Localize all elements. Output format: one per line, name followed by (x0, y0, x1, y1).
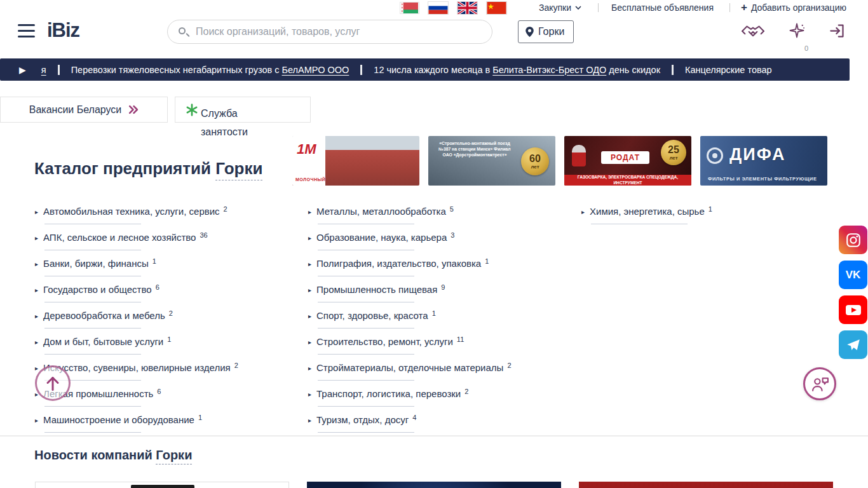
page-title-city[interactable]: Горки (215, 159, 262, 180)
news-title-city[interactable]: Горки (156, 448, 192, 464)
banner-caption: ГАЗОСВАРКА, ЭЛЕКТРОСВАРКА СПЕЦОДЕЖДА, ИН… (571, 175, 685, 185)
category-link[interactable]: Образование, наука, карьера (316, 232, 447, 243)
telegram-icon[interactable] (839, 330, 867, 359)
favorites-sparkle-icon[interactable] (788, 22, 806, 42)
page: Закупки Бесплатные объявления + Добавить… (0, 0, 868, 488)
scroll-to-top-button[interactable] (35, 365, 71, 401)
category-count: 2 (234, 362, 238, 369)
category-link[interactable]: Спорт, здоровье, красота (316, 310, 428, 321)
category-link[interactable]: Полиграфия, издательство, упаковка (316, 258, 481, 269)
ticker-separator (672, 65, 674, 75)
category-item: ▸Образование, наука, карьера3 (308, 231, 575, 250)
category-link[interactable]: Машиностроение и оборудование (43, 414, 194, 425)
category-link[interactable]: Автомобильная техника, услуги, сервис (43, 206, 220, 217)
instagram-icon[interactable] (839, 226, 867, 254)
news-ticker: ▶ я Перевозки тяжеловесных негабаритных … (0, 58, 850, 81)
flag-russia-icon[interactable] (428, 2, 448, 14)
partners-handshake-icon[interactable] (741, 23, 765, 43)
category-underline (44, 354, 141, 355)
banner-caption: МОЛОЧНЫЙ (295, 177, 325, 182)
category-item: ▸Автомобильная техника, услуги, сервис2 (35, 205, 302, 224)
ticker-link[interactable]: я (41, 65, 46, 75)
category-count: 2 (169, 309, 173, 317)
category-link[interactable]: Строительство, ремонт, услуги (316, 336, 453, 347)
anniversary-badge: 60 лет (521, 147, 549, 175)
category-link[interactable]: Промышленность пищевая (316, 284, 437, 295)
youtube-icon[interactable] (839, 295, 867, 324)
badge-number: 25 (668, 145, 679, 155)
header: iBiz Горки 0 (0, 15, 868, 50)
topbar-divider (598, 3, 599, 12)
banner-difa[interactable]: ДИФА ФИЛЬТРЫ И ЭЛЕМЕНТЫ ФИЛЬТРУЮЩИЕ (700, 136, 827, 186)
banner-panel: 1М МОЛОЧНЫЙ (292, 136, 325, 186)
category-column-1: ▸Автомобильная техника, услуги, сервис2 … (35, 205, 302, 439)
category-link[interactable]: Банки, биржи, финансы (43, 258, 149, 269)
category-underline (318, 380, 414, 381)
bullet-icon: ▸ (308, 417, 311, 424)
news-card[interactable] (35, 482, 289, 488)
location-pin-icon (525, 26, 534, 37)
category-item: ▸АПК, сельское и лесное хозяйство36 (35, 231, 302, 250)
chat-widget-button[interactable] (803, 367, 836, 400)
category-link[interactable]: Дом и быт, бытовые услуги (43, 336, 163, 347)
logo[interactable]: iBiz (47, 19, 79, 42)
bullet-icon: ▸ (308, 339, 311, 346)
login-icon[interactable] (829, 22, 846, 42)
vacancies-label: Вакансии Беларуси (29, 104, 122, 116)
category-link[interactable]: Химия, энергетика, сырье (590, 206, 705, 217)
news-card[interactable] (579, 482, 833, 488)
bullet-icon: ▸ (308, 287, 311, 294)
banner-smp-387[interactable]: «Строительно-монтажный поезд №387 на ста… (428, 136, 555, 186)
category-link[interactable]: Деревообработка и мебель (43, 310, 165, 321)
category-underline (318, 224, 414, 224)
add-organization-link[interactable]: + Добавить организацию (741, 2, 846, 13)
banner-1m-molochny[interactable]: 1М МОЛОЧНЫЙ (292, 136, 419, 186)
employment-label: Служба занятости (201, 104, 268, 141)
category-item: ▸Спорт, здоровье, красота1 (308, 309, 575, 329)
ticker-play-icon[interactable]: ▶ (19, 65, 26, 75)
category-link[interactable]: Искусство, сувениры, ювелирные изделия (43, 362, 231, 373)
category-item: ▸Стройматериалы, отделочные материалы2 (308, 361, 575, 381)
category-count: 11 (457, 336, 464, 343)
category-underline (44, 302, 141, 302)
news-card[interactable] (307, 482, 561, 488)
tab-employment-service[interactable]: Служба занятости (175, 97, 311, 123)
flag-uk-icon[interactable] (458, 2, 477, 14)
category-count: 6 (157, 388, 161, 395)
category-link[interactable]: Стройматериалы, отделочные материалы (316, 362, 503, 373)
category-column-3: ▸Химия, энергетика, сырье1 (581, 205, 848, 231)
category-item: ▸Химия, энергетика, сырье1 (581, 205, 848, 224)
category-underline (318, 302, 414, 302)
purchases-menu[interactable]: Закупки (539, 2, 581, 13)
city-selector-button[interactable]: Горки (518, 20, 574, 43)
double-chevron-icon (128, 105, 139, 114)
category-link[interactable]: Государство и общество (43, 284, 152, 295)
category-item: ▸Транспорт, логистика, перевозки2 (308, 387, 575, 407)
banner-strip: ГАЗОСВАРКА, ЭЛЕКТРОСВАРКА СПЕЦОДЕЖДА, ИН… (564, 175, 691, 186)
ticker-link[interactable]: Белита-Витэкс-Брест ОДО (492, 65, 606, 75)
flag-china-icon[interactable] (487, 2, 506, 14)
tab-vacancies-belarus[interactable]: Вакансии Беларуси (0, 97, 168, 123)
category-link[interactable]: Транспорт, логистика, перевозки (316, 388, 461, 399)
category-count: 1 (709, 205, 712, 213)
flag-belarus-icon[interactable] (400, 3, 419, 13)
banner-brand: РОДАТ (601, 151, 649, 164)
banner-rodat[interactable]: РОДАТ 25 лет ГАЗОСВАРКА, ЭЛЕКТРОСВАРКА С… (564, 136, 691, 186)
free-ads-link[interactable]: Бесплатные объявления (611, 2, 714, 13)
category-count: 5 (450, 205, 454, 213)
category-link[interactable]: Туризм, отдых, досуг (316, 414, 409, 425)
ticker-link[interactable]: БелАМРО ООО (282, 65, 349, 75)
vk-icon[interactable]: VK (839, 261, 867, 289)
category-link[interactable]: АПК, сельское и лесное хозяйство (43, 232, 196, 243)
plus-icon: + (741, 3, 747, 12)
purchases-label: Закупки (539, 2, 571, 13)
category-count: 4 (412, 414, 416, 421)
category-underline (318, 276, 414, 276)
search-input[interactable] (196, 21, 485, 43)
category-count: 2 (507, 362, 511, 369)
ticker-item: Перевозки тяжеловесных негабаритных груз… (71, 65, 349, 75)
category-link[interactable]: Металлы, металлообработка (316, 206, 446, 217)
bullet-icon: ▸ (35, 365, 38, 372)
hamburger-menu-icon[interactable] (18, 24, 35, 37)
bullet-icon: ▸ (308, 313, 311, 320)
